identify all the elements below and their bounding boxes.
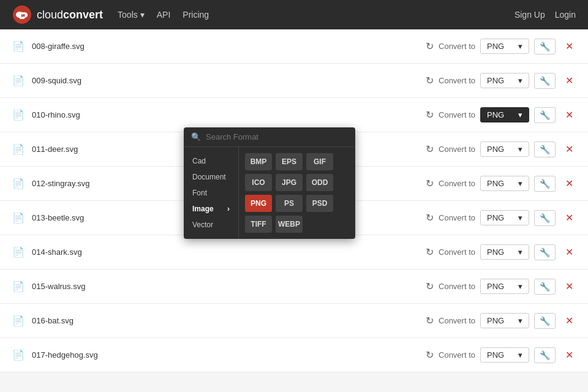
file-row: 📄 015-walrus.svg ↻ Convert to PNG ▾ 🔧 ✕ [0, 270, 588, 304]
format-option-button[interactable]: PS [276, 195, 303, 212]
category-label: Font [192, 189, 207, 197]
format-option-button[interactable]: ICO [245, 174, 272, 191]
login-link[interactable]: Login [555, 10, 576, 20]
settings-button[interactable]: 🔧 [534, 244, 556, 260]
settings-button[interactable]: 🔧 [534, 313, 556, 329]
convert-area: ↻ Convert to PNG ▾ 🔧 [426, 347, 556, 363]
format-select-button[interactable]: PNG ▾ [480, 279, 529, 294]
settings-button[interactable]: 🔧 [534, 347, 556, 363]
format-option-label: JPG [282, 178, 296, 187]
format-select-button[interactable]: PNG ▾ [480, 313, 529, 328]
convert-area: ↻ Convert to PNG ▾ 🔧 [426, 244, 556, 260]
category-label: Document [192, 173, 226, 181]
logo-text: cloudconvert [37, 9, 103, 21]
format-value: PNG [487, 76, 504, 85]
format-value: PNG [487, 42, 504, 51]
dropdown-body: Cad Document Font Image › Vector [184, 147, 355, 239]
format-option-button[interactable]: WEBP [276, 216, 303, 233]
convert-area: ↻ Convert to PNG ▾ 🔧 [426, 313, 556, 329]
settings-button[interactable]: 🔧 [534, 141, 556, 157]
format-option-button[interactable]: JPG [276, 174, 303, 191]
format-search: 🔍 [184, 127, 355, 147]
refresh-icon: ↻ [426, 40, 434, 52]
format-option-label: PSD [312, 199, 328, 208]
remove-file-button[interactable]: ✕ [563, 178, 576, 189]
file-row: 📄 016-bat.svg ↻ Convert to PNG ▾ 🔧 ✕ [0, 304, 588, 338]
format-value: PNG [487, 110, 504, 119]
category-item[interactable]: Vector [184, 217, 238, 233]
convert-to-label: Convert to [439, 110, 475, 119]
nav-tools[interactable]: Tools ▾ [118, 10, 145, 20]
nav-pricing[interactable]: Pricing [183, 10, 209, 20]
file-name: 010-rhino.svg [32, 110, 418, 119]
format-grid: BMP EPS GIF ICO JPG ODD PNG [239, 147, 339, 239]
file-name: 008-giraffe.svg [32, 42, 418, 51]
dropdown-arrow-icon: ▾ [518, 350, 522, 360]
category-label: Vector [192, 221, 213, 229]
format-option-label: BMP [251, 157, 267, 166]
settings-button[interactable]: 🔧 [534, 176, 556, 192]
file-icon: 📄 [12, 178, 24, 189]
format-value: PNG [487, 316, 504, 325]
format-select-button[interactable]: PNG ▾ [480, 141, 529, 157]
refresh-icon: ↻ [426, 281, 434, 292]
file-row: 📄 014-shark.svg ↻ Convert to PNG ▾ 🔧 ✕ [0, 235, 588, 270]
refresh-icon: ↻ [426, 315, 434, 326]
remove-file-button[interactable]: ✕ [563, 75, 576, 86]
format-select-button[interactable]: PNG ▾ [480, 347, 529, 363]
remove-file-button[interactable]: ✕ [563, 109, 576, 121]
convert-area: ↻ Convert to PNG ▾ 🔧 [426, 73, 556, 89]
refresh-icon: ↻ [426, 246, 434, 258]
category-item[interactable]: Document [184, 169, 238, 185]
settings-button[interactable]: 🔧 [534, 107, 556, 123]
file-icon: 📄 [12, 212, 24, 224]
format-option-label: WEBP [278, 220, 300, 228]
convert-to-label: Convert to [439, 316, 475, 325]
format-option-button[interactable]: PSD [306, 195, 333, 212]
category-item[interactable]: Font [184, 185, 238, 201]
logo-icon: ⇄ [12, 5, 32, 24]
nav-api[interactable]: API [157, 10, 171, 20]
file-row: 📄 008-giraffe.svg ↻ Convert to PNG ▾ 🔧 ✕ [0, 29, 588, 64]
settings-button[interactable]: 🔧 [534, 39, 556, 55]
settings-button[interactable]: 🔧 [534, 210, 556, 226]
convert-area: ↻ Convert to PNG ▾ 🔧 [426, 141, 556, 157]
refresh-icon: ↻ [426, 178, 434, 189]
format-option-label: TIFF [251, 220, 266, 228]
file-icon: 📄 [12, 349, 24, 361]
category-label: Image [192, 205, 214, 213]
remove-file-button[interactable]: ✕ [563, 349, 576, 361]
format-search-input[interactable] [206, 132, 348, 141]
remove-file-button[interactable]: ✕ [563, 315, 576, 326]
remove-file-button[interactable]: ✕ [563, 212, 576, 224]
format-option-button[interactable]: BMP [245, 153, 272, 170]
remove-file-button[interactable]: ✕ [563, 40, 576, 52]
category-item[interactable]: Image › [184, 201, 238, 217]
signup-link[interactable]: Sign Up [514, 10, 545, 20]
format-select-button[interactable]: PNG ▾ [480, 210, 529, 225]
dropdown-arrow-icon: ▾ [518, 282, 522, 291]
format-option-button[interactable]: PNG [245, 195, 272, 212]
file-icon: 📄 [12, 109, 24, 121]
remove-file-button[interactable]: ✕ [563, 281, 576, 292]
format-option-button[interactable]: ODD [306, 174, 333, 191]
category-item[interactable]: Cad [184, 153, 238, 169]
header: ⇄ cloudconvert Tools ▾ API Pricing Sign … [0, 0, 588, 29]
remove-file-button[interactable]: ✕ [563, 246, 576, 258]
format-option-button[interactable]: EPS [276, 153, 303, 170]
file-icon: 📄 [12, 281, 24, 292]
format-option-button[interactable]: GIF [306, 153, 333, 170]
file-name: 016-bat.svg [32, 316, 418, 325]
convert-to-label: Convert to [439, 213, 475, 222]
format-select-button[interactable]: PNG ▾ [480, 73, 529, 88]
settings-button[interactable]: 🔧 [534, 73, 556, 89]
category-list: Cad Document Font Image › Vector [184, 147, 239, 239]
remove-file-button[interactable]: ✕ [563, 143, 576, 155]
settings-button[interactable]: 🔧 [534, 279, 556, 295]
format-select-button[interactable]: PNG ▾ [480, 39, 529, 54]
format-select-button[interactable]: PNG ▾ [480, 176, 529, 191]
format-option-button[interactable]: TIFF [245, 216, 272, 233]
format-select-button[interactable]: PNG ▾ [480, 244, 529, 260]
dropdown-arrow-icon: ▾ [518, 316, 522, 325]
format-select-button[interactable]: PNG ▾ [480, 107, 529, 123]
